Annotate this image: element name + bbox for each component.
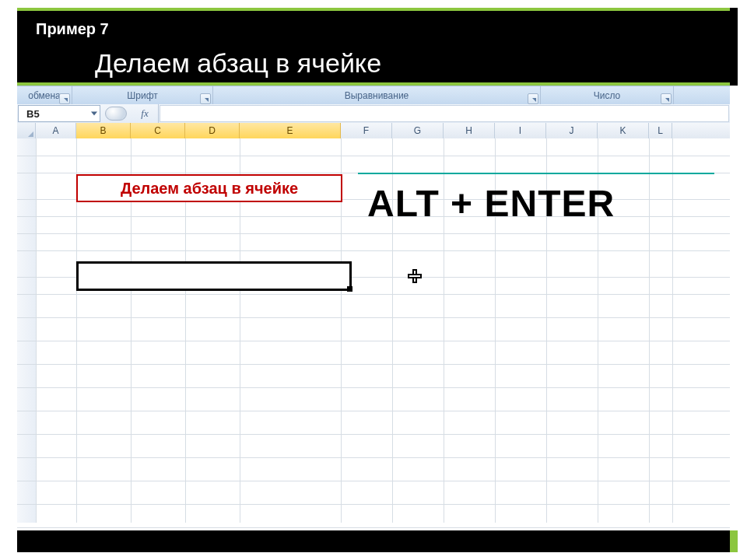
name-box-value: B5 bbox=[26, 108, 40, 120]
slide-bottom-bar bbox=[17, 530, 738, 552]
gridline-horizontal bbox=[17, 527, 730, 528]
fill-handle[interactable] bbox=[347, 286, 352, 292]
formula-bar-row: B5 fx bbox=[17, 104, 730, 124]
gridline-horizontal bbox=[17, 156, 730, 156]
gridline-horizontal bbox=[17, 250, 730, 251]
column-header[interactable]: C bbox=[131, 123, 185, 138]
gridline-horizontal bbox=[17, 434, 730, 435]
name-box[interactable]: B5 bbox=[18, 105, 100, 122]
red-title-text: Делаем абзац в ячейке bbox=[121, 180, 298, 198]
column-header[interactable]: F bbox=[341, 123, 392, 138]
column-header[interactable]: D bbox=[185, 123, 240, 138]
slide-banner: Пример 7 Делаем абзац в ячейке bbox=[17, 8, 738, 86]
dialog-launcher-icon[interactable] bbox=[528, 93, 538, 104]
dialog-launcher-icon[interactable] bbox=[661, 93, 672, 104]
column-header[interactable]: H bbox=[444, 123, 495, 138]
gridline-horizontal bbox=[17, 317, 730, 318]
excel-cursor-icon bbox=[408, 269, 422, 283]
dialog-launcher-icon[interactable] bbox=[200, 93, 211, 104]
shortcut-label: ALT + ENTER bbox=[367, 182, 615, 225]
example-number: Пример 7 bbox=[36, 20, 109, 38]
ribbon-group: Выравнивание bbox=[213, 86, 541, 105]
ribbon-group-strip: обменаШрифтВыравниваниеЧисло bbox=[17, 86, 730, 106]
ribbon-group-label: Число bbox=[594, 90, 621, 101]
gridline-horizontal bbox=[17, 387, 730, 388]
dialog-launcher-icon[interactable] bbox=[59, 93, 70, 104]
gridline-horizontal bbox=[17, 504, 730, 505]
red-title-cell: Делаем абзац в ячейке bbox=[76, 174, 342, 202]
row-header-gutter bbox=[17, 138, 37, 523]
column-header[interactable]: K bbox=[598, 123, 649, 138]
column-header[interactable]: L bbox=[649, 123, 672, 138]
formula-bar-input[interactable] bbox=[160, 105, 729, 122]
gridline-vertical bbox=[672, 138, 673, 523]
column-header[interactable]: J bbox=[546, 123, 598, 138]
column-header[interactable]: A bbox=[36, 123, 76, 138]
ribbon-group-label: Шрифт bbox=[127, 90, 157, 101]
gridline-horizontal bbox=[17, 481, 730, 481]
column-header[interactable]: B bbox=[76, 123, 131, 138]
ribbon-group: Число bbox=[541, 86, 674, 105]
ribbon-group: Шрифт bbox=[72, 86, 213, 105]
column-headers: ABCDEFGHIJKL bbox=[17, 123, 730, 139]
active-cell-selection[interactable] bbox=[76, 261, 352, 291]
ribbon-group-label: Выравнивание bbox=[345, 90, 409, 101]
select-all-corner[interactable] bbox=[17, 123, 36, 138]
name-box-dropdown-icon[interactable] bbox=[91, 112, 97, 116]
slide-banner-inner: Пример 7 Делаем абзац в ячейке bbox=[17, 11, 730, 82]
slide-title: Делаем абзац в ячейке bbox=[95, 48, 381, 79]
column-header[interactable]: G bbox=[392, 123, 444, 138]
formula-bar-divider bbox=[100, 104, 132, 123]
gridline-horizontal bbox=[17, 341, 730, 341]
column-header[interactable]: I bbox=[495, 123, 546, 138]
knob-icon bbox=[105, 107, 127, 121]
gridline-horizontal bbox=[17, 233, 730, 234]
gridline-horizontal bbox=[17, 411, 730, 411]
gridline-horizontal bbox=[17, 364, 730, 365]
ribbon-group: обмена bbox=[17, 86, 72, 105]
gridline-vertical bbox=[649, 138, 650, 523]
fx-icon[interactable]: fx bbox=[132, 104, 159, 123]
gridline-horizontal bbox=[17, 457, 730, 458]
spreadsheet-grid[interactable]: Делаем абзац в ячейке ALT + ENTER bbox=[17, 138, 730, 523]
column-header[interactable]: E bbox=[240, 123, 341, 138]
ribbon-group-label: обмена bbox=[28, 90, 61, 101]
gridline-horizontal bbox=[17, 294, 730, 295]
teal-rule bbox=[358, 173, 714, 174]
